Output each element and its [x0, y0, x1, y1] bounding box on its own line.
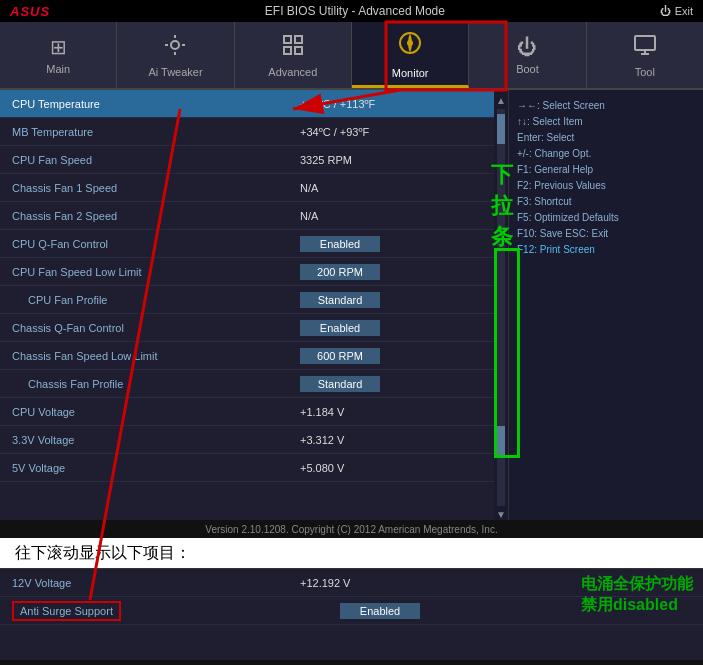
setting-row-chassis-fan2: Chassis Fan 2 Speed N/A: [0, 202, 494, 230]
setting-label-cpu-temp: CPU Temperature: [0, 98, 280, 110]
exit-icon: ⏻: [660, 5, 671, 17]
setting-value-12v: +12.192 V: [280, 577, 350, 589]
setting-row-33v: 3.3V Voltage +3.312 V: [0, 426, 494, 454]
setting-row-5v: 5V Voltage +5.080 V: [0, 454, 494, 482]
main-label: Main: [46, 63, 70, 75]
tab-tool[interactable]: Tool: [587, 22, 703, 88]
help-change: +/-: Change Opt.: [517, 146, 695, 162]
help-f12: F12: Print Screen: [517, 242, 695, 258]
setting-value-cpu-fan: 3325 RPM: [280, 154, 352, 166]
setting-label-chassis-fan1: Chassis Fan 1 Speed: [0, 182, 280, 194]
setting-value-chassis-fan1: N/A: [280, 182, 318, 194]
chassis-qfan-btn[interactable]: Enabled: [300, 320, 380, 336]
setting-row-chassis-qfan: Chassis Q-Fan Control Enabled: [0, 314, 494, 342]
scrollbar[interactable]: ▲ ▼: [494, 90, 508, 520]
help-select-item: ↑↓: Select Item: [517, 114, 695, 130]
setting-label-chassis-qfan: Chassis Q-Fan Control: [0, 322, 280, 334]
help-f3: F3: Shortcut: [517, 194, 695, 210]
bottom-status-bar: Version 2.10.1208. Copyright (C) 2012 Am…: [0, 660, 703, 665]
svg-rect-4: [295, 47, 302, 54]
setting-label-cpu-fan: CPU Fan Speed: [0, 154, 280, 166]
advanced-label: Advanced: [268, 66, 317, 78]
setting-value-cpu-voltage: +1.184 V: [280, 406, 344, 418]
asus-logo: ASUS: [10, 4, 50, 19]
scroll-up-arrow[interactable]: ▲: [496, 95, 506, 106]
setting-value-chassis-fan2: N/A: [280, 210, 318, 222]
setting-value-mb-temp: +34ºC / +93ºF: [280, 126, 369, 138]
chassis-fan-low-btn[interactable]: 600 RPM: [300, 348, 380, 364]
setting-row-cpu-fan-low: CPU Fan Speed Low Limit 200 RPM: [0, 258, 494, 286]
bios-main: CPU Temperature +45ºC / +113ºF MB Temper…: [0, 90, 703, 520]
cpu-profile-btn[interactable]: Standard: [300, 292, 380, 308]
status-bar: Version 2.10.1208. Copyright (C) 2012 Am…: [0, 520, 703, 538]
setting-label-33v: 3.3V Voltage: [0, 434, 280, 446]
settings-panel: CPU Temperature +45ºC / +113ºF MB Temper…: [0, 90, 494, 520]
setting-label-chassis-fan-low: Chassis Fan Speed Low Limit: [0, 350, 280, 362]
exit-button[interactable]: ⏻ Exit: [660, 5, 693, 17]
setting-label-anti-surge: Anti Surge Support: [0, 601, 280, 621]
setting-value-chassis-qfan[interactable]: Enabled: [280, 320, 380, 336]
svg-rect-3: [284, 47, 291, 54]
setting-value-cpu-temp: +45ºC / +113ºF: [280, 98, 375, 110]
setting-label-cpu-fan-low: CPU Fan Speed Low Limit: [0, 266, 280, 278]
help-f2: F2: Previous Values: [517, 178, 695, 194]
boot-icon: ⏻: [517, 36, 537, 59]
setting-row-cpu-qfan: CPU Q-Fan Control Enabled: [0, 230, 494, 258]
setting-label-mb-temp: MB Temperature: [0, 126, 280, 138]
chassis-profile-btn[interactable]: Standard: [300, 376, 380, 392]
setting-value-cpu-profile[interactable]: Standard: [280, 292, 380, 308]
cpu-fan-low-btn[interactable]: 200 RPM: [300, 264, 380, 280]
help-panel: →←: Select Screen ↑↓: Select Item Enter:…: [508, 90, 703, 520]
svg-rect-7: [635, 36, 655, 50]
setting-value-33v: +3.312 V: [280, 434, 344, 446]
tool-label: Tool: [635, 66, 655, 78]
setting-label-cpu-voltage: CPU Voltage: [0, 406, 280, 418]
scroll-thumb-top: [497, 114, 505, 144]
anti-surge-btn[interactable]: Enabled: [340, 603, 420, 619]
bios-title: EFI BIOS Utility - Advanced Mode: [265, 4, 445, 18]
svg-point-6: [407, 40, 413, 46]
chinese-annotation-text: 往下滚动显示以下项目：: [15, 543, 191, 564]
setting-row-chassis-profile: Chassis Fan Profile Standard: [0, 370, 494, 398]
setting-label-chassis-fan2: Chassis Fan 2 Speed: [0, 210, 280, 222]
tab-boot[interactable]: ⏻ Boot: [469, 22, 586, 88]
setting-value-cpu-qfan[interactable]: Enabled: [280, 236, 380, 252]
help-f1: F1: General Help: [517, 162, 695, 178]
monitor-icon: [396, 29, 424, 63]
setting-row-cpu-profile: CPU Fan Profile Standard: [0, 286, 494, 314]
advanced-icon: [281, 33, 305, 62]
setting-value-cpu-fan-low[interactable]: 200 RPM: [280, 264, 380, 280]
boot-label: Boot: [516, 63, 539, 75]
tab-main[interactable]: ⊞ Main: [0, 22, 117, 88]
cpu-qfan-btn[interactable]: Enabled: [300, 236, 380, 252]
setting-label-cpu-qfan: CPU Q-Fan Control: [0, 238, 280, 250]
setting-value-chassis-profile[interactable]: Standard: [280, 376, 380, 392]
tab-monitor[interactable]: Monitor: [352, 22, 469, 88]
setting-value-anti-surge[interactable]: Enabled: [280, 603, 420, 619]
tool-icon: [633, 33, 657, 62]
tab-ai-tweaker[interactable]: Ai Tweaker: [117, 22, 234, 88]
nav-bar: ⊞ Main Ai Tweaker Advanced Monitor ⏻ Boo…: [0, 22, 703, 90]
setting-label-5v: 5V Voltage: [0, 462, 280, 474]
setting-value-5v: +5.080 V: [280, 462, 344, 474]
setting-label-chassis-profile: Chassis Fan Profile: [0, 378, 280, 390]
svg-rect-1: [284, 36, 291, 43]
scroll-down-arrow[interactable]: ▼: [496, 509, 506, 520]
setting-row-cpu-temp: CPU Temperature +45ºC / +113ºF: [0, 90, 494, 118]
chinese-right-annotation: 下拉条: [491, 160, 513, 252]
chinese-annotation-row: 往下滚动显示以下项目：: [0, 538, 703, 568]
setting-row-cpu-fan: CPU Fan Speed 3325 RPM: [0, 146, 494, 174]
ai-tweaker-label: Ai Tweaker: [148, 66, 202, 78]
setting-label-cpu-profile: CPU Fan Profile: [0, 294, 280, 306]
ai-tweaker-icon: [163, 33, 187, 62]
tab-advanced[interactable]: Advanced: [235, 22, 352, 88]
setting-value-chassis-fan-low[interactable]: 600 RPM: [280, 348, 380, 364]
svg-point-0: [171, 41, 179, 49]
anti-surge-red-box: Anti Surge Support: [12, 601, 121, 621]
chinese-line2: 禁用disabled: [581, 595, 693, 616]
help-f10: F10: Save ESC: Exit: [517, 226, 695, 242]
setting-row-chassis-fan1: Chassis Fan 1 Speed N/A: [0, 174, 494, 202]
monitor-label: Monitor: [392, 67, 429, 79]
help-enter: Enter: Select: [517, 130, 695, 146]
setting-row-cpu-voltage: CPU Voltage +1.184 V: [0, 398, 494, 426]
